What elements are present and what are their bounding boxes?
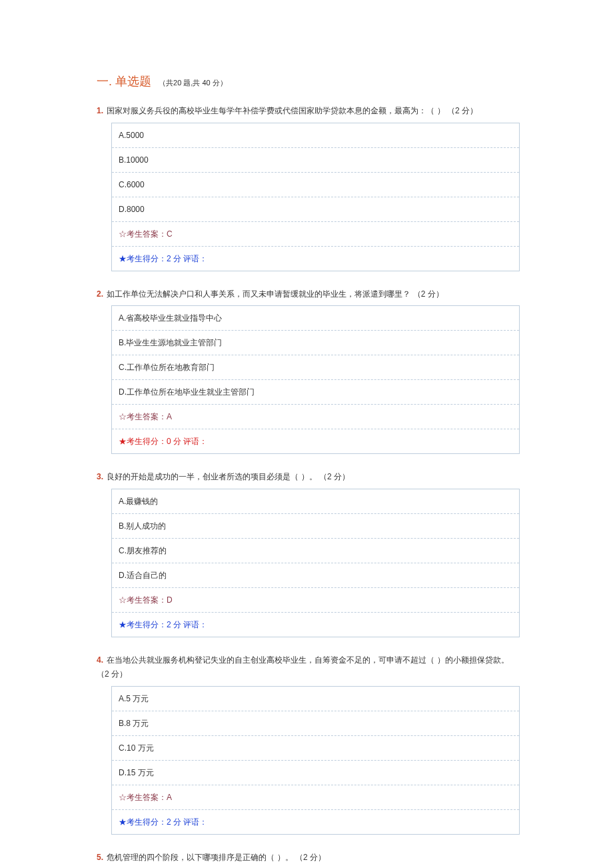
- option: C.工作单位所在地教育部门: [112, 355, 519, 380]
- question-points: （2 分）: [445, 106, 478, 115]
- student-answer-row: ☆考生答案：A: [112, 405, 519, 429]
- option: D.8000: [112, 197, 519, 222]
- question-stem: 5. 危机管理的四个阶段，以下哪项排序是正确的（ ）。 （2 分）: [97, 851, 520, 865]
- question-number: 3.: [97, 472, 103, 481]
- option: B.8 万元: [112, 711, 519, 736]
- section-header: 一. 单选题 （共20 题,共 40 分）: [97, 73, 520, 89]
- option: D.工作单位所在地毕业生就业主管部门: [112, 380, 519, 405]
- option: B.别人成功的: [112, 514, 519, 539]
- option: C.6000: [112, 173, 519, 197]
- options-box: A.最赚钱的B.别人成功的C.朋友推荐的D.适合自己的☆考生答案：D★考生得分：…: [111, 489, 520, 637]
- question-stem: 3. 良好的开始是成功的一半，创业者所选的项目必须是（ ）。 （2 分）: [97, 470, 520, 485]
- question-text: 在当地公共就业服务机构登记失业的自主创业高校毕业生，自筹资金不足的，可申请不超过…: [105, 655, 509, 665]
- section-name: 单选题: [115, 75, 151, 88]
- option: C.10 万元: [112, 736, 519, 761]
- question-points: （2 分）: [410, 289, 443, 299]
- question-number: 5.: [97, 853, 103, 862]
- question-number: 2.: [97, 289, 103, 299]
- student-answer-row: ☆考生答案：A: [112, 785, 519, 810]
- question-points: （2 分）: [293, 853, 326, 862]
- question: 1. 国家对服义务兵役的高校毕业生每学年补偿学费或代偿国家助学贷款本息的金额，最…: [97, 104, 520, 271]
- student-score-row: ★考生得分：2 分 评语：: [112, 247, 519, 271]
- option: B.10000: [112, 148, 519, 173]
- option: D.15 万元: [112, 761, 519, 785]
- student-score-row: ★考生得分：2 分 评语：: [112, 613, 519, 637]
- question-number: 1.: [97, 106, 103, 115]
- option: A.省高校毕业生就业指导中心: [112, 306, 519, 331]
- section-title: 一. 单选题: [97, 75, 155, 88]
- question-text: 危机管理的四个阶段，以下哪项排序是正确的（ ）。: [105, 853, 293, 862]
- question-text: 如工作单位无法解决户口和人事关系，而又未申请暂缓就业的毕业生，将派遣到哪里？: [105, 289, 410, 299]
- question-stem: 1. 国家对服义务兵役的高校毕业生每学年补偿学费或代偿国家助学贷款本息的金额，最…: [97, 104, 520, 119]
- question-stem: 4. 在当地公共就业服务机构登记失业的自主创业高校毕业生，自筹资金不足的，可申请…: [97, 653, 520, 682]
- question-points: （2 分）: [97, 669, 127, 679]
- question: 4. 在当地公共就业服务机构登记失业的自主创业高校毕业生，自筹资金不足的，可申请…: [97, 653, 520, 835]
- option: A.5000: [112, 123, 519, 148]
- questions-list: 1. 国家对服义务兵役的高校毕业生每学年补偿学费或代偿国家助学贷款本息的金额，最…: [97, 104, 520, 865]
- section-summary: （共20 题,共 40 分）: [159, 79, 227, 87]
- question-text: 国家对服义务兵役的高校毕业生每学年补偿学费或代偿国家助学贷款本息的金额，最高为：…: [105, 106, 445, 115]
- options-box: A.省高校毕业生就业指导中心B.毕业生生源地就业主管部门C.工作单位所在地教育部…: [111, 305, 520, 454]
- question-points: （2 分）: [317, 472, 350, 481]
- option: A.5 万元: [112, 687, 519, 711]
- section-number: 一: [97, 75, 109, 88]
- question: 3. 良好的开始是成功的一半，创业者所选的项目必须是（ ）。 （2 分）A.最赚…: [97, 470, 520, 637]
- option: A.最赚钱的: [112, 489, 519, 514]
- question: 5. 危机管理的四个阶段，以下哪项排序是正确的（ ）。 （2 分）: [97, 851, 520, 865]
- student-answer-row: ☆考生答案：D: [112, 588, 519, 613]
- option: D.适合自己的: [112, 563, 519, 588]
- option: B.毕业生生源地就业主管部门: [112, 331, 519, 355]
- question: 2. 如工作单位无法解决户口和人事关系，而又未申请暂缓就业的毕业生，将派遣到哪里…: [97, 287, 520, 455]
- options-box: A.5 万元B.8 万元C.10 万元D.15 万元☆考生答案：A★考生得分：2…: [111, 686, 520, 835]
- question-text: 良好的开始是成功的一半，创业者所选的项目必须是（ ）。: [105, 472, 317, 481]
- student-score-row: ★考生得分：0 分 评语：: [112, 429, 519, 453]
- question-number: 4.: [97, 655, 103, 665]
- options-box: A.5000B.10000C.6000D.8000☆考生答案：C★考生得分：2 …: [111, 123, 520, 271]
- option: C.朋友推荐的: [112, 539, 519, 563]
- student-score-row: ★考生得分：2 分 评语：: [112, 810, 519, 834]
- student-answer-row: ☆考生答案：C: [112, 222, 519, 247]
- question-stem: 2. 如工作单位无法解决户口和人事关系，而又未申请暂缓就业的毕业生，将派遣到哪里…: [97, 287, 520, 302]
